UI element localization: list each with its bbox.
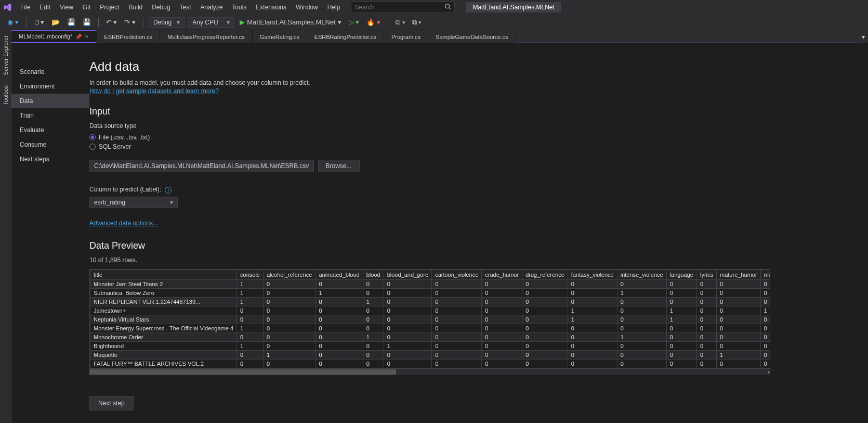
col-header[interactable]: language bbox=[666, 270, 696, 279]
start-nodebug-icon[interactable]: ▷ ▾ bbox=[347, 17, 362, 27]
wizard-pane: Add data In order to build a model, you … bbox=[89, 44, 868, 423]
col-header[interactable]: animated_blood bbox=[315, 270, 363, 279]
input-header: Input bbox=[89, 106, 868, 117]
label-column-combo[interactable]: esrb_rating▾ bbox=[89, 197, 178, 208]
info-icon[interactable]: i bbox=[165, 187, 172, 194]
menu-help[interactable]: Help bbox=[323, 2, 345, 13]
new-item-icon[interactable]: 🗋▾ bbox=[32, 17, 46, 27]
menu-build[interactable]: Build bbox=[124, 2, 148, 13]
platform-combo[interactable]: Any CPU▾ bbox=[188, 17, 234, 28]
toolbox-tab[interactable]: Toolbox bbox=[2, 82, 10, 108]
vs-logo-icon bbox=[2, 2, 12, 12]
menu-window[interactable]: Window bbox=[291, 2, 323, 13]
column-label: Column to predict (Label): bbox=[89, 186, 161, 193]
table-row: NIER REPLICANT VER.1.22474487139...10010… bbox=[90, 297, 771, 306]
editor-content: ScenarioEnvironmentDataTrainEvaluateCons… bbox=[11, 44, 868, 423]
document-tab-strip: MLModel1.mbconfig*📌✕ESRBPrediction.csMul… bbox=[11, 30, 868, 44]
wizard-step-nav: ScenarioEnvironmentDataTrainEvaluateCons… bbox=[11, 44, 89, 423]
col-header[interactable]: blood bbox=[363, 270, 384, 279]
pin-icon[interactable]: 📌 bbox=[75, 34, 82, 40]
menu-view[interactable]: View bbox=[55, 2, 78, 13]
search-box[interactable] bbox=[351, 2, 455, 13]
col-header[interactable]: lyrics bbox=[696, 270, 716, 279]
start-debug-button[interactable]: ▶MattEland.AI.Samples.MLNet ▾ bbox=[238, 17, 344, 27]
table-row: Monochrome Order000100000100000 bbox=[90, 332, 771, 341]
step-evaluate[interactable]: Evaluate bbox=[11, 123, 89, 137]
browse-button[interactable]: Browse... bbox=[318, 160, 360, 172]
nav-back-icon[interactable]: ◉ ▾ bbox=[5, 17, 21, 27]
col-header[interactable]: title bbox=[90, 270, 237, 279]
menu-debug[interactable]: Debug bbox=[147, 2, 175, 13]
page-subtitle: In order to build a model, you must add … bbox=[89, 79, 868, 86]
col-header[interactable]: crude_humor bbox=[482, 270, 522, 279]
horizontal-scrollbar[interactable]: ◂▸ bbox=[89, 369, 770, 375]
solution-name[interactable]: MattEland.AI.Samples.MLNet bbox=[466, 2, 560, 12]
menu-project[interactable]: Project bbox=[95, 2, 124, 13]
server-explorer-tab[interactable]: Server Explorer bbox=[2, 32, 10, 78]
table-row: Blightbound100010000000000 bbox=[90, 341, 771, 350]
col-header[interactable]: fantasy_violence bbox=[568, 270, 617, 279]
step-scenario[interactable]: Scenario bbox=[11, 65, 89, 79]
menu-analyze[interactable]: Analyze bbox=[196, 2, 228, 13]
step-data[interactable]: Data bbox=[11, 94, 89, 108]
search-input[interactable] bbox=[354, 4, 443, 11]
doc-tab[interactable]: ESRBPrediction.cs bbox=[97, 30, 160, 43]
doc-tab[interactable]: GameRating.cs bbox=[253, 30, 307, 43]
redo-icon[interactable]: ↷ ▾ bbox=[122, 17, 138, 27]
col-header[interactable]: cartoon_violence bbox=[432, 270, 482, 279]
col-header[interactable]: blood_and_gore bbox=[384, 270, 432, 279]
hot-reload-icon[interactable]: 🔥 ▾ bbox=[364, 17, 383, 27]
menu-bar: FileEditViewGitProjectBuildDebugTestAnal… bbox=[0, 0, 868, 15]
open-icon[interactable]: 📂 bbox=[49, 17, 62, 27]
datasource-label: Data source type bbox=[89, 122, 868, 130]
menu-extensions[interactable]: Extensions bbox=[251, 2, 291, 13]
col-header[interactable]: mature_humor bbox=[717, 270, 761, 279]
svg-point-0 bbox=[445, 4, 450, 8]
file-path-display: C:\dev\MattEland.AI.Samples.MLNet\MattEl… bbox=[89, 160, 314, 172]
table-row: Monster Jam Steel Titans 210000000000000… bbox=[90, 279, 771, 288]
step-environment[interactable]: Environment bbox=[11, 79, 89, 94]
next-step-button[interactable]: Next step bbox=[89, 396, 134, 411]
table-row: FATAL FURY™ BATTLE ARCHIVES VOL.20000000… bbox=[90, 359, 771, 368]
doc-tab[interactable]: MLModel1.mbconfig*📌✕ bbox=[11, 30, 97, 43]
doc-tab[interactable]: SampleGameDataSource.cs bbox=[428, 30, 516, 43]
save-icon[interactable]: 💾 bbox=[65, 17, 77, 27]
col-header[interactable]: alcohol_reference bbox=[263, 270, 315, 279]
help-link[interactable]: How do I get sample datasets and learn m… bbox=[89, 87, 219, 95]
data-preview-table: titleconsolealcohol_referenceanimated_bl… bbox=[89, 269, 770, 369]
menu-test[interactable]: Test bbox=[175, 2, 196, 13]
undo-icon[interactable]: ↶ ▾ bbox=[104, 17, 120, 27]
layout-icon-1[interactable]: ⧉ ▾ bbox=[393, 17, 407, 28]
layout-icon-2[interactable]: ⧉ ▾ bbox=[410, 17, 424, 28]
col-header[interactable]: intense_violence bbox=[617, 270, 666, 279]
preview-header: Data Preview bbox=[89, 240, 868, 251]
table-row: Maquette010000000000100 bbox=[90, 350, 771, 359]
menu-items: FileEditViewGitProjectBuildDebugTestAnal… bbox=[16, 2, 345, 13]
step-train[interactable]: Train bbox=[11, 108, 89, 123]
toolbar: ◉ ▾ 🗋▾ 📂 💾 💾 ↶ ▾ ↷ ▾ Debug▾ Any CPU▾ ▶Ma… bbox=[0, 15, 868, 30]
col-header[interactable]: drug_reference bbox=[522, 270, 568, 279]
step-consume[interactable]: Consume bbox=[11, 137, 89, 152]
tab-overflow-dropdown[interactable]: ▾ bbox=[859, 30, 868, 43]
col-header[interactable]: mild_blood bbox=[760, 270, 770, 279]
radio-sql[interactable]: SQL Server bbox=[89, 142, 868, 151]
doc-tab[interactable]: ESRBRatingPredictor.cs bbox=[307, 30, 384, 43]
radio-file[interactable]: File (.csv, .tsv, .txt) bbox=[89, 133, 868, 142]
menu-edit[interactable]: Edit bbox=[35, 2, 55, 13]
search-icon bbox=[444, 3, 451, 11]
preview-rowcount: 10 of 1,895 rows. bbox=[89, 257, 868, 264]
close-icon[interactable]: ✕ bbox=[85, 34, 89, 40]
doc-tab[interactable]: MulticlassProgressReporter.cs bbox=[160, 30, 253, 43]
menu-git[interactable]: Git bbox=[78, 2, 95, 13]
svg-line-1 bbox=[449, 8, 451, 9]
config-combo[interactable]: Debug▾ bbox=[149, 17, 185, 28]
col-header[interactable]: console bbox=[237, 270, 264, 279]
advanced-options-link[interactable]: Advanced data options... bbox=[89, 220, 158, 227]
save-all-icon[interactable]: 💾 bbox=[81, 17, 93, 27]
menu-file[interactable]: File bbox=[16, 2, 35, 13]
menu-tools[interactable]: Tools bbox=[227, 2, 251, 13]
table-row: Jamestown+000000001010010 bbox=[90, 306, 771, 315]
step-next-steps[interactable]: Next steps bbox=[11, 152, 89, 166]
page-title: Add data bbox=[89, 59, 868, 74]
doc-tab[interactable]: Program.cs bbox=[384, 30, 428, 43]
